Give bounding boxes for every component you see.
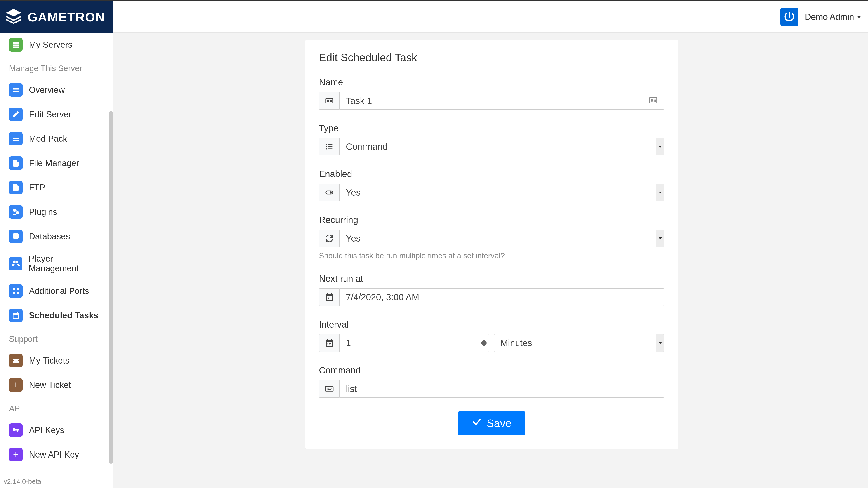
number-spinner[interactable]	[481, 339, 487, 347]
chevron-down-icon	[857, 15, 861, 18]
plus-icon	[9, 378, 23, 392]
type-label: Type	[319, 123, 664, 133]
recurring-value: Yes	[346, 233, 361, 243]
sidebar: My Servers Manage This Server Overview E…	[0, 33, 113, 488]
sync-icon	[319, 230, 339, 247]
sidebar-item-label: My Tickets	[29, 356, 69, 365]
svg-point-6	[651, 99, 653, 101]
nextrun-input[interactable]	[339, 288, 664, 306]
id-card-icon	[319, 92, 339, 109]
calendar-grid-icon	[319, 334, 339, 352]
version-label: v2.14.0-beta	[4, 478, 41, 485]
scrollbar-thumb[interactable]	[109, 111, 113, 464]
name-label: Name	[319, 77, 664, 88]
toggle-icon	[319, 184, 339, 201]
sidebar-item-label: New API Key	[29, 450, 79, 459]
sidebar-item-label: Mod Pack	[29, 134, 67, 144]
file-icon	[9, 156, 23, 170]
calendar-icon	[9, 308, 23, 322]
sidebar-item-label: Databases	[29, 232, 70, 241]
dropdown-handle[interactable]	[656, 184, 664, 201]
nextrun-label: Next run at	[319, 273, 664, 284]
enabled-value: Yes	[346, 188, 361, 198]
svg-point-11	[326, 149, 327, 150]
key-icon	[9, 423, 23, 437]
svg-rect-1	[326, 98, 333, 103]
stack-icon	[4, 7, 23, 26]
check-icon	[472, 417, 482, 429]
top-bar: GAMETRON Demo Admin	[0, 0, 868, 33]
sidebar-item-label: Edit Server	[29, 109, 71, 119]
users-icon	[9, 257, 22, 270]
recurring-label: Recurring	[319, 215, 664, 225]
svg-rect-20	[327, 389, 331, 390]
database-icon	[9, 230, 23, 243]
sidebar-item-mod-pack[interactable]: Mod Pack	[0, 127, 113, 151]
dropdown-handle[interactable]	[656, 230, 664, 247]
ticket-icon	[9, 354, 23, 367]
svg-point-14	[330, 191, 332, 194]
svg-rect-12	[328, 149, 332, 149]
edit-icon	[9, 107, 23, 121]
interval-label: Interval	[319, 320, 664, 330]
dropdown-handle[interactable]	[656, 334, 664, 352]
svg-rect-16	[327, 388, 327, 388]
calendar-day-icon	[319, 288, 339, 306]
command-label: Command	[319, 365, 664, 376]
svg-point-9	[326, 146, 327, 147]
sidebar-item-label: My Servers	[29, 40, 72, 50]
list-icon	[319, 138, 339, 156]
svg-rect-4	[330, 101, 332, 102]
enabled-select[interactable]: Yes	[339, 184, 656, 201]
sidebar-item-new-ticket[interactable]: New Ticket	[0, 373, 113, 397]
sidebar-item-file-manager[interactable]: File Manager	[0, 151, 113, 175]
user-name-label: Demo Admin	[805, 12, 854, 22]
type-select[interactable]: Command	[339, 138, 656, 156]
sidebar-item-edit-server[interactable]: Edit Server	[0, 102, 113, 127]
chevron-up-icon	[481, 339, 487, 343]
contact-card-icon	[649, 96, 658, 106]
save-button-label: Save	[487, 417, 511, 429]
brand-logo[interactable]: GAMETRON	[0, 1, 113, 33]
sidebar-item-player-management[interactable]: Player Management	[0, 249, 113, 279]
recurring-help-text: Should this task be run multiple times a…	[319, 251, 664, 260]
sidebar-item-label: Additional Ports	[29, 286, 89, 296]
sidebar-item-plugins[interactable]: Plugins	[0, 200, 113, 224]
sidebar-section-api: API	[0, 397, 113, 418]
sidebar-item-ftp[interactable]: FTP	[0, 175, 113, 200]
plus-icon	[9, 448, 23, 461]
sidebar-item-overview[interactable]: Overview	[0, 78, 113, 102]
sidebar-item-additional-ports[interactable]: Additional Ports	[0, 279, 113, 303]
chevron-down-icon	[481, 344, 487, 347]
sidebar-item-label: File Manager	[29, 158, 79, 168]
puzzle-icon	[9, 205, 23, 219]
recurring-select[interactable]: Yes	[339, 230, 656, 247]
sidebar-item-scheduled-tasks[interactable]: Scheduled Tasks	[0, 303, 113, 328]
sidebar-item-label: Scheduled Tasks	[29, 311, 98, 320]
sidebar-item-label: FTP	[29, 183, 45, 193]
command-input[interactable]	[339, 380, 664, 398]
power-button[interactable]	[780, 8, 798, 26]
sidebar-item-label: Plugins	[29, 207, 57, 217]
name-input[interactable]	[339, 92, 664, 109]
svg-rect-19	[331, 388, 332, 388]
user-menu[interactable]: Demo Admin	[805, 12, 861, 22]
sidebar-item-api-keys[interactable]: API Keys	[0, 418, 113, 442]
brand-name: GAMETRON	[28, 10, 105, 24]
enabled-label: Enabled	[319, 169, 664, 179]
save-button[interactable]: Save	[458, 411, 525, 435]
sidebar-item-my-servers[interactable]: My Servers	[0, 33, 113, 57]
interval-value-input[interactable]	[339, 334, 489, 352]
svg-rect-17	[328, 388, 329, 388]
network-icon	[9, 284, 23, 298]
interval-unit-value: Minutes	[500, 338, 532, 348]
sidebar-item-new-api-key[interactable]: New API Key	[0, 442, 113, 467]
keyboard-icon	[319, 380, 339, 398]
type-value: Command	[346, 142, 388, 152]
sidebar-item-databases[interactable]: Databases	[0, 224, 113, 249]
sidebar-item-label: API Keys	[29, 425, 64, 435]
interval-unit-select[interactable]: Minutes	[494, 334, 656, 352]
sidebar-item-my-tickets[interactable]: My Tickets	[0, 348, 113, 373]
dropdown-handle[interactable]	[656, 138, 664, 156]
sidebar-section-support: Support	[0, 328, 113, 348]
